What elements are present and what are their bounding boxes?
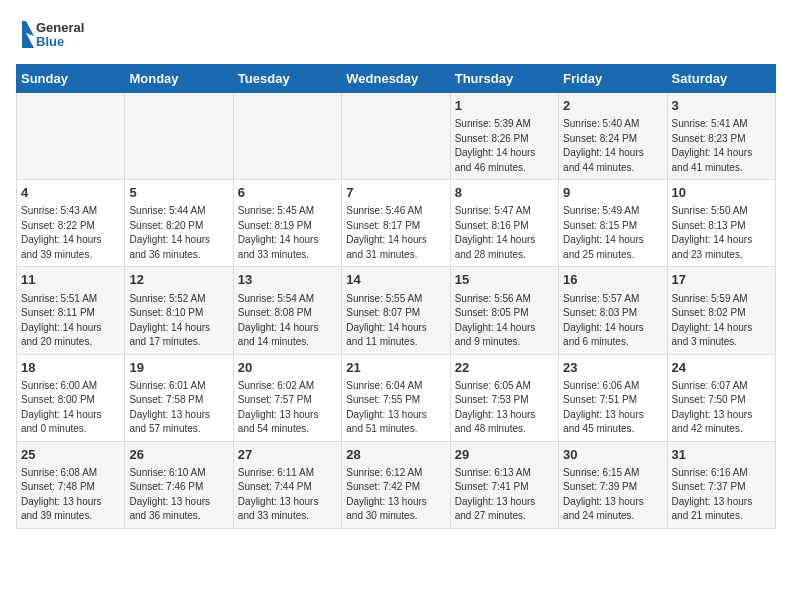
svg-marker-2 <box>22 21 34 48</box>
calendar-cell: 18Sunrise: 6:00 AM Sunset: 8:00 PM Dayli… <box>17 354 125 441</box>
calendar-cell: 28Sunrise: 6:12 AM Sunset: 7:42 PM Dayli… <box>342 441 450 528</box>
day-content: Sunrise: 5:55 AM Sunset: 8:07 PM Dayligh… <box>346 292 445 350</box>
day-content: Sunrise: 5:41 AM Sunset: 8:23 PM Dayligh… <box>672 117 771 175</box>
logo-svg: General Blue <box>16 16 86 56</box>
day-content: Sunrise: 5:52 AM Sunset: 8:10 PM Dayligh… <box>129 292 228 350</box>
calendar-week-row: 4Sunrise: 5:43 AM Sunset: 8:22 PM Daylig… <box>17 180 776 267</box>
calendar-cell: 7Sunrise: 5:46 AM Sunset: 8:17 PM Daylig… <box>342 180 450 267</box>
day-number: 30 <box>563 446 662 464</box>
calendar-cell <box>342 93 450 180</box>
day-number: 13 <box>238 271 337 289</box>
calendar-cell: 9Sunrise: 5:49 AM Sunset: 8:15 PM Daylig… <box>559 180 667 267</box>
calendar-cell: 12Sunrise: 5:52 AM Sunset: 8:10 PM Dayli… <box>125 267 233 354</box>
calendar-cell <box>233 93 341 180</box>
day-number: 25 <box>21 446 120 464</box>
calendar-cell: 10Sunrise: 5:50 AM Sunset: 8:13 PM Dayli… <box>667 180 775 267</box>
calendar-cell: 22Sunrise: 6:05 AM Sunset: 7:53 PM Dayli… <box>450 354 558 441</box>
header-sunday: Sunday <box>17 65 125 93</box>
day-number: 21 <box>346 359 445 377</box>
calendar-cell: 24Sunrise: 6:07 AM Sunset: 7:50 PM Dayli… <box>667 354 775 441</box>
calendar-header-row: SundayMondayTuesdayWednesdayThursdayFrid… <box>17 65 776 93</box>
day-number: 22 <box>455 359 554 377</box>
day-number: 12 <box>129 271 228 289</box>
day-content: Sunrise: 6:08 AM Sunset: 7:48 PM Dayligh… <box>21 466 120 524</box>
calendar-cell: 23Sunrise: 6:06 AM Sunset: 7:51 PM Dayli… <box>559 354 667 441</box>
calendar-cell: 14Sunrise: 5:55 AM Sunset: 8:07 PM Dayli… <box>342 267 450 354</box>
day-content: Sunrise: 6:07 AM Sunset: 7:50 PM Dayligh… <box>672 379 771 437</box>
calendar-cell: 8Sunrise: 5:47 AM Sunset: 8:16 PM Daylig… <box>450 180 558 267</box>
calendar-week-row: 1Sunrise: 5:39 AM Sunset: 8:26 PM Daylig… <box>17 93 776 180</box>
svg-text:Blue: Blue <box>36 34 64 49</box>
day-content: Sunrise: 5:54 AM Sunset: 8:08 PM Dayligh… <box>238 292 337 350</box>
day-number: 6 <box>238 184 337 202</box>
calendar-cell: 25Sunrise: 6:08 AM Sunset: 7:48 PM Dayli… <box>17 441 125 528</box>
day-number: 24 <box>672 359 771 377</box>
calendar-cell: 16Sunrise: 5:57 AM Sunset: 8:03 PM Dayli… <box>559 267 667 354</box>
calendar-week-row: 18Sunrise: 6:00 AM Sunset: 8:00 PM Dayli… <box>17 354 776 441</box>
logo: General Blue <box>16 16 86 56</box>
day-content: Sunrise: 6:13 AM Sunset: 7:41 PM Dayligh… <box>455 466 554 524</box>
day-number: 8 <box>455 184 554 202</box>
calendar-cell: 3Sunrise: 5:41 AM Sunset: 8:23 PM Daylig… <box>667 93 775 180</box>
day-number: 31 <box>672 446 771 464</box>
day-content: Sunrise: 6:12 AM Sunset: 7:42 PM Dayligh… <box>346 466 445 524</box>
calendar-cell <box>17 93 125 180</box>
day-number: 3 <box>672 97 771 115</box>
day-content: Sunrise: 5:44 AM Sunset: 8:20 PM Dayligh… <box>129 204 228 262</box>
day-number: 18 <box>21 359 120 377</box>
calendar-cell: 15Sunrise: 5:56 AM Sunset: 8:05 PM Dayli… <box>450 267 558 354</box>
calendar-cell: 13Sunrise: 5:54 AM Sunset: 8:08 PM Dayli… <box>233 267 341 354</box>
day-number: 1 <box>455 97 554 115</box>
day-number: 23 <box>563 359 662 377</box>
day-content: Sunrise: 5:51 AM Sunset: 8:11 PM Dayligh… <box>21 292 120 350</box>
day-content: Sunrise: 6:01 AM Sunset: 7:58 PM Dayligh… <box>129 379 228 437</box>
day-content: Sunrise: 6:00 AM Sunset: 8:00 PM Dayligh… <box>21 379 120 437</box>
day-number: 17 <box>672 271 771 289</box>
calendar-cell: 6Sunrise: 5:45 AM Sunset: 8:19 PM Daylig… <box>233 180 341 267</box>
day-number: 9 <box>563 184 662 202</box>
calendar-week-row: 25Sunrise: 6:08 AM Sunset: 7:48 PM Dayli… <box>17 441 776 528</box>
calendar-cell: 19Sunrise: 6:01 AM Sunset: 7:58 PM Dayli… <box>125 354 233 441</box>
svg-text:General: General <box>36 20 84 35</box>
day-number: 7 <box>346 184 445 202</box>
header-friday: Friday <box>559 65 667 93</box>
day-number: 15 <box>455 271 554 289</box>
day-content: Sunrise: 5:39 AM Sunset: 8:26 PM Dayligh… <box>455 117 554 175</box>
day-content: Sunrise: 5:59 AM Sunset: 8:02 PM Dayligh… <box>672 292 771 350</box>
header-saturday: Saturday <box>667 65 775 93</box>
day-content: Sunrise: 6:11 AM Sunset: 7:44 PM Dayligh… <box>238 466 337 524</box>
day-number: 14 <box>346 271 445 289</box>
calendar-cell: 21Sunrise: 6:04 AM Sunset: 7:55 PM Dayli… <box>342 354 450 441</box>
calendar-cell: 26Sunrise: 6:10 AM Sunset: 7:46 PM Dayli… <box>125 441 233 528</box>
calendar-cell: 4Sunrise: 5:43 AM Sunset: 8:22 PM Daylig… <box>17 180 125 267</box>
day-number: 10 <box>672 184 771 202</box>
day-content: Sunrise: 6:15 AM Sunset: 7:39 PM Dayligh… <box>563 466 662 524</box>
day-content: Sunrise: 5:45 AM Sunset: 8:19 PM Dayligh… <box>238 204 337 262</box>
day-number: 5 <box>129 184 228 202</box>
day-number: 28 <box>346 446 445 464</box>
day-number: 2 <box>563 97 662 115</box>
day-number: 16 <box>563 271 662 289</box>
day-content: Sunrise: 6:02 AM Sunset: 7:57 PM Dayligh… <box>238 379 337 437</box>
calendar-cell: 5Sunrise: 5:44 AM Sunset: 8:20 PM Daylig… <box>125 180 233 267</box>
calendar-cell: 29Sunrise: 6:13 AM Sunset: 7:41 PM Dayli… <box>450 441 558 528</box>
calendar-cell: 11Sunrise: 5:51 AM Sunset: 8:11 PM Dayli… <box>17 267 125 354</box>
calendar-cell: 1Sunrise: 5:39 AM Sunset: 8:26 PM Daylig… <box>450 93 558 180</box>
day-content: Sunrise: 5:43 AM Sunset: 8:22 PM Dayligh… <box>21 204 120 262</box>
header-thursday: Thursday <box>450 65 558 93</box>
day-content: Sunrise: 5:46 AM Sunset: 8:17 PM Dayligh… <box>346 204 445 262</box>
header-tuesday: Tuesday <box>233 65 341 93</box>
day-number: 26 <box>129 446 228 464</box>
day-content: Sunrise: 6:10 AM Sunset: 7:46 PM Dayligh… <box>129 466 228 524</box>
day-content: Sunrise: 5:57 AM Sunset: 8:03 PM Dayligh… <box>563 292 662 350</box>
calendar-week-row: 11Sunrise: 5:51 AM Sunset: 8:11 PM Dayli… <box>17 267 776 354</box>
day-content: Sunrise: 5:50 AM Sunset: 8:13 PM Dayligh… <box>672 204 771 262</box>
calendar-cell: 20Sunrise: 6:02 AM Sunset: 7:57 PM Dayli… <box>233 354 341 441</box>
day-content: Sunrise: 6:16 AM Sunset: 7:37 PM Dayligh… <box>672 466 771 524</box>
day-number: 20 <box>238 359 337 377</box>
calendar-cell: 2Sunrise: 5:40 AM Sunset: 8:24 PM Daylig… <box>559 93 667 180</box>
day-number: 29 <box>455 446 554 464</box>
header-wednesday: Wednesday <box>342 65 450 93</box>
calendar-cell <box>125 93 233 180</box>
header: General Blue <box>16 16 776 56</box>
